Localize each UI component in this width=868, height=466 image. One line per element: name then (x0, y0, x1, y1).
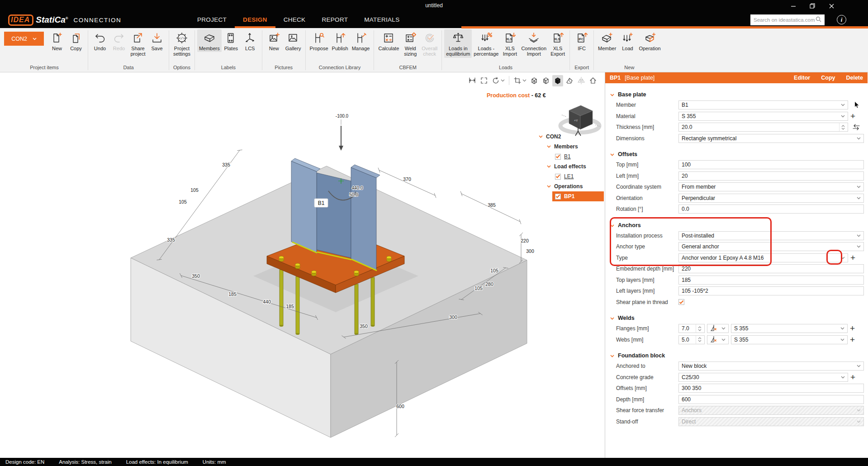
new-button[interactable]: New (265, 29, 284, 52)
material-select[interactable]: S 355 (678, 112, 848, 121)
top-layers-mm-input[interactable]: 185 (678, 276, 864, 285)
save-button[interactable]: Save (147, 29, 166, 52)
anchored-to-select[interactable]: New block (678, 361, 864, 371)
propose-button[interactable]: Propose (308, 29, 330, 52)
add-button[interactable]: + (850, 324, 860, 333)
tree-item-bp1[interactable]: BP1 (552, 191, 604, 201)
member-button[interactable]: Member (596, 29, 618, 52)
tree-item-members[interactable]: Members (535, 142, 604, 152)
zoom-fit-icon[interactable] (479, 75, 489, 86)
tree-item-con2[interactable]: CON2 (535, 132, 604, 142)
section-header-base-plate[interactable]: Base plate (605, 90, 868, 100)
embedment-depth-mm-input[interactable]: 220 (678, 264, 864, 273)
depth-mm-input[interactable]: 600 (678, 395, 864, 404)
webs-mm-size-stepper[interactable]: 5.0 (678, 335, 705, 344)
view-shaded-icon[interactable] (541, 75, 551, 86)
checkbox[interactable] (555, 194, 561, 200)
flanges-mm-size-stepper[interactable]: 7.0 (678, 324, 705, 333)
checkbox[interactable] (555, 174, 561, 180)
members-button[interactable]: Members (197, 29, 222, 52)
spinner-arrows[interactable] (839, 123, 845, 131)
tree-item-le1[interactable]: LE1 (535, 171, 604, 181)
delete-button[interactable]: Delete (846, 75, 863, 81)
add-button[interactable]: + (850, 336, 860, 344)
offsets-mm-input[interactable]: 300 350 (678, 384, 864, 393)
rotation-input[interactable]: 0.0 (678, 204, 864, 214)
tab-materials[interactable]: MATERIALS (356, 12, 408, 28)
section-header-anchors[interactable]: Anchors (605, 220, 868, 230)
coordinate-system-select[interactable]: From member (678, 182, 864, 191)
loads-percentage-button[interactable]: Loads - percentage (472, 29, 500, 58)
orientation-select[interactable]: Perpendicular (678, 194, 864, 203)
left-layers-mm-input[interactable]: 105 -105*2 (678, 286, 864, 295)
shear-plane-in-thread-checkbox[interactable] (678, 299, 684, 305)
flanges-mm-material-select[interactable]: S 355 (731, 324, 848, 333)
operation-button[interactable]: Operation (637, 29, 662, 52)
chevron-down-icon[interactable] (547, 145, 551, 148)
view-wireframe-icon[interactable] (529, 75, 540, 86)
search-input[interactable]: Search on ideastatica.com (750, 14, 825, 25)
scene-3d[interactable]: 3351051053353703852203001052801053501854… (0, 72, 605, 458)
info-icon[interactable]: i (837, 15, 846, 24)
tree-item-b1[interactable]: B1 (535, 152, 604, 162)
dimensions-select[interactable]: Rectangle symmetrical (678, 134, 864, 143)
xls-import-button[interactable]: XLSXLS Import (500, 29, 519, 58)
anchor-type-select[interactable]: General anchor (678, 242, 864, 251)
project-settings-button[interactable]: </>Project settings (171, 29, 192, 58)
tree-item-operations[interactable]: Operations (535, 181, 604, 191)
tab-report[interactable]: REPORT (313, 12, 356, 28)
ifc-button[interactable]: IFCIFC (572, 29, 591, 52)
section-icon[interactable] (512, 75, 528, 86)
chevron-down-icon[interactable] (539, 135, 543, 138)
tree-item-load-effects[interactable]: Load effects (535, 162, 604, 171)
section-header-welds[interactable]: Welds (605, 313, 868, 323)
thickness-mm-stepper[interactable]: 20.0 (678, 123, 848, 132)
add-button[interactable]: + (850, 254, 860, 262)
installation-process-select[interactable]: Post-installed (678, 231, 864, 240)
concrete-grade-select[interactable]: C25/30 (678, 373, 848, 382)
type-select[interactable]: Anchor vendor 1 Epoxy A 4.8 M16 (678, 253, 848, 262)
viewport-3d[interactable]: 3351051053353703852203001052801053501854… (0, 72, 605, 458)
new-button[interactable]: New (47, 29, 66, 52)
section-header-offsets[interactable]: Offsets (605, 149, 868, 159)
tab-check[interactable]: CHECK (275, 12, 314, 28)
tab-design[interactable]: DESIGN (235, 12, 275, 28)
xls-export-button[interactable]: XLSXLS Export (548, 29, 567, 58)
gallery-button[interactable]: Gallery (284, 29, 303, 52)
load-button[interactable]: Load (618, 29, 637, 52)
copy-button[interactable]: Copy (821, 75, 835, 81)
manage-button[interactable]: Manage (350, 29, 372, 52)
weld-type-select[interactable] (707, 324, 729, 333)
weld-type-select[interactable] (707, 335, 729, 344)
maximize-button[interactable] (803, 0, 822, 12)
add-button[interactable]: + (850, 112, 860, 120)
minimize-button[interactable] (784, 0, 803, 12)
plates-button[interactable]: Plates (222, 29, 241, 52)
swap-icon[interactable] (852, 124, 860, 130)
calculate-button[interactable]: Calculate (376, 29, 401, 52)
webs-mm-material-select[interactable]: S 355 (731, 335, 848, 344)
lcs-button[interactable]: LCS (241, 29, 260, 52)
undo-button[interactable]: Undo (90, 29, 109, 52)
loads-in-equilibrium-button[interactable]: Loads in equilibrium (444, 29, 472, 58)
left-mm-input[interactable]: 20 (678, 171, 864, 181)
chevron-down-icon[interactable] (547, 185, 551, 188)
checkbox[interactable] (555, 154, 561, 160)
view-solid-icon[interactable] (552, 75, 563, 86)
publish-button[interactable]: Publish (330, 29, 350, 52)
editor-button[interactable]: Editor (794, 75, 810, 81)
top-mm-input[interactable]: 100 (678, 160, 864, 169)
connection-import-button[interactable]: Connection Import (519, 29, 548, 58)
measure-icon[interactable] (467, 75, 478, 86)
weld-sizing-button[interactable]: Weld sizing (401, 29, 420, 58)
copy-button[interactable]: Copy (66, 29, 85, 52)
connection-selector[interactable]: CON2 (4, 32, 44, 46)
tab-project[interactable]: PROJECT (189, 12, 235, 28)
home-view-icon[interactable] (588, 75, 598, 86)
member-select[interactable]: B1 (678, 100, 848, 109)
close-button[interactable] (822, 0, 841, 12)
clip-solid-icon[interactable] (564, 75, 575, 86)
rotate-icon[interactable] (490, 75, 506, 86)
chevron-down-icon[interactable] (547, 165, 551, 168)
add-button[interactable]: + (850, 373, 860, 381)
